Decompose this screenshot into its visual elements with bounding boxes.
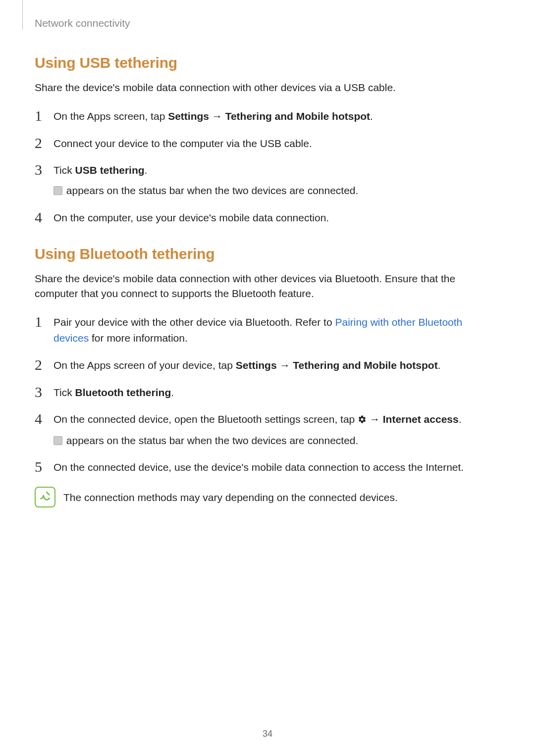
usb-step-3: 3 Tick USB tethering. appears on the sta… — [35, 162, 500, 199]
step-text: . — [171, 387, 174, 398]
inline-bold: Settings — [168, 110, 209, 122]
margin-rule — [22, 0, 23, 30]
bt-intro: Share the device's mobile data connectio… — [35, 271, 500, 301]
step-text: On the Apps screen, tap — [54, 110, 168, 122]
page-number: 34 — [0, 729, 535, 739]
inline-bold: Internet access — [383, 413, 459, 425]
step-number: 4 — [35, 407, 42, 431]
step-text: Tick — [54, 164, 75, 176]
gear-icon — [358, 412, 367, 429]
breadcrumb: Network connectivity — [35, 17, 130, 29]
inline-bold: Bluetooth tethering — [75, 387, 171, 398]
usb-steps: 1 On the Apps screen, tap Settings → Tet… — [35, 108, 500, 226]
usb-intro: Share the device's mobile data connectio… — [35, 80, 500, 95]
step-number: 1 — [35, 104, 42, 128]
usb-step-4: 4 On the computer, use your device's mob… — [35, 210, 500, 226]
usb-step-3-sub: appears on the status bar when the two d… — [54, 183, 500, 199]
note-icon — [35, 487, 55, 507]
step-text: . — [145, 164, 148, 176]
step-text: appears on the status bar when the two d… — [63, 435, 358, 446]
arrow: → — [367, 413, 383, 425]
heading-usb-tethering: Using USB tethering — [35, 54, 500, 71]
step-text: appears on the status bar when the two d… — [63, 185, 358, 196]
step-number: 5 — [35, 455, 42, 479]
inline-bold: Tethering and Mobile hotspot — [293, 359, 437, 371]
step-number: 2 — [35, 353, 42, 377]
step-text: Connect your device to the computer via … — [54, 138, 312, 149]
step-number: 1 — [35, 310, 42, 334]
step-text: . — [438, 359, 441, 371]
note: The connection methods may vary dependin… — [35, 487, 500, 507]
page: Network connectivity Using USB tethering… — [0, 0, 535, 756]
bt-step-3: 3 Tick Bluetooth tethering. — [35, 385, 500, 401]
step-number: 2 — [35, 132, 42, 155]
step-text: . — [370, 110, 373, 122]
content: Using USB tethering Share the device's m… — [35, 0, 500, 507]
bt-step-2: 2 On the Apps screen of your device, tap… — [35, 357, 500, 374]
step-number: 3 — [35, 381, 42, 404]
usb-step-2: 2 Connect your device to the computer vi… — [35, 136, 500, 152]
bt-steps: 1 Pair your device with the other device… — [35, 314, 500, 476]
note-text: The connection methods may vary dependin… — [63, 487, 398, 505]
step-text: On the computer, use your device's mobil… — [54, 212, 329, 223]
step-text: On the connected device, open the Blueto… — [54, 413, 358, 425]
bt-step-1: 1 Pair your device with the other device… — [35, 314, 500, 347]
arrow: → — [277, 359, 293, 371]
arrow: → — [209, 110, 225, 122]
step-text: . — [459, 413, 462, 425]
step-number: 4 — [35, 206, 42, 229]
step-text: Pair your device with the other device v… — [54, 316, 335, 328]
bt-step-4-sub: appears on the status bar when the two d… — [54, 433, 500, 449]
step-number: 3 — [35, 158, 42, 182]
inline-bold: Settings — [236, 359, 277, 371]
step-text: Tick — [54, 387, 75, 398]
heading-bluetooth-tethering: Using Bluetooth tethering — [35, 246, 500, 262]
bt-step-5: 5 On the connected device, use the devic… — [35, 459, 500, 476]
step-text: On the connected device, use the device'… — [54, 461, 464, 473]
usb-step-1: 1 On the Apps screen, tap Settings → Tet… — [35, 108, 500, 125]
inline-bold: USB tethering — [75, 164, 145, 176]
usb-statusbar-icon — [54, 186, 62, 195]
step-text: On the Apps screen of your device, tap — [54, 359, 236, 371]
bt-statusbar-icon — [54, 436, 62, 445]
inline-bold: Tethering and Mobile hotspot — [225, 110, 370, 122]
step-text: for more information. — [89, 332, 188, 344]
bt-step-4: 4 On the connected device, open the Blue… — [35, 411, 500, 449]
